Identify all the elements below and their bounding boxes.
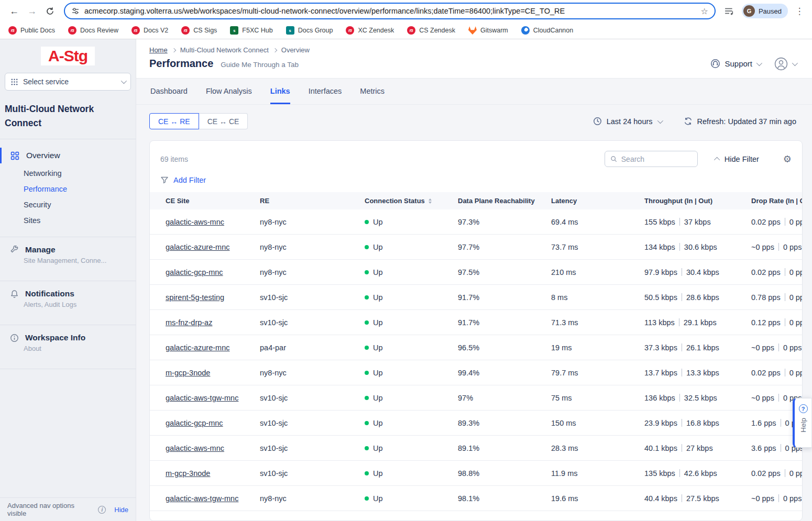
bookmark-item[interactable]: f5 XC Zendesk (346, 26, 394, 35)
drop-rate-out: 0 pps (789, 268, 803, 276)
throughput-out: 27.5 kbps (686, 494, 719, 503)
col-throughput[interactable]: Throughput (In | Out) (644, 197, 751, 205)
help-button[interactable]: ? Help (793, 398, 812, 448)
hide-advanced-nav-link[interactable]: Hide (114, 506, 128, 514)
ce-site-link[interactable]: galactic-azure-mnc (166, 343, 230, 352)
divider (682, 343, 682, 351)
table-row: galactic-azure-mnc ny8-nyc Up 97.7% 73.7… (150, 235, 802, 260)
search-input[interactable] (621, 155, 692, 163)
sidebar-item-notifications[interactable]: Notifications Alerts, Audit Logs (0, 281, 136, 316)
select-service-dropdown[interactable]: Select service (5, 73, 131, 91)
profile-chip[interactable]: G Paused (742, 4, 788, 18)
forward-button[interactable]: → (24, 3, 40, 19)
url-bar[interactable]: acmecorp.staging.volterra.us/web/workspa… (64, 3, 716, 19)
table-settings-gear-icon[interactable]: ⚙ (783, 153, 792, 165)
chevron-right-icon (171, 48, 175, 52)
tab-interfaces[interactable]: Interfaces (309, 79, 342, 104)
hide-filter-button[interactable]: Hide Filter (716, 155, 759, 163)
tab-dashboard[interactable]: Dashboard (150, 79, 188, 104)
refresh-label: Refresh: Updated 37 min ago (697, 117, 796, 126)
tab-links[interactable]: Links (270, 79, 290, 104)
ce-site-link[interactable]: spirent-5g-testing (166, 293, 224, 302)
tenant-logo[interactable]: A-Stg (41, 47, 95, 65)
bookmark-item[interactable]: s Docs Group (286, 26, 333, 35)
support-menu[interactable]: Support (710, 59, 761, 69)
ce-site-link[interactable]: ms-fnz-drp-az (166, 318, 212, 327)
breadcrumb-workspace[interactable]: Multi-Cloud Network Connect (180, 46, 269, 54)
bookmark-item[interactable]: f5 CS Sigs (181, 26, 217, 35)
ce-site-link[interactable]: galactic-aws-tgw-mnc (166, 494, 238, 503)
sidebar-item-performance[interactable]: Performance (0, 181, 136, 197)
connection-status-cell: Up (365, 318, 458, 327)
ce-site-link[interactable]: galactic-gcp-mnc (166, 419, 223, 427)
bookmark-item[interactable]: f5 Public Docs (8, 26, 55, 35)
ce-site-link[interactable]: m-gcp-3node (166, 469, 210, 478)
table-row: galactic-aws-mnc ny8-nyc Up 97.3% 69.4 m… (150, 209, 802, 235)
time-range-dropdown[interactable]: Last 24 hours (593, 117, 662, 126)
ce-site-link[interactable]: m-gcp-3node (166, 369, 210, 377)
bookmark-item[interactable]: s F5XC Hub (230, 26, 272, 35)
sidebar-item-manage[interactable]: Manage Site Management, Conne... (0, 237, 136, 272)
link-type-ce-ce-button[interactable]: CE ↔ CE (199, 113, 248, 129)
sidebar-item-overview[interactable]: Overview (0, 146, 136, 165)
info-icon: i (98, 506, 106, 514)
re-cell: ny8-nyc (260, 243, 365, 251)
main-content: Home Multi-Cloud Network Connect Overvie… (136, 39, 812, 521)
side-panel-icon[interactable] (722, 4, 737, 18)
browser-menu-icon[interactable]: ⋮ (793, 6, 806, 17)
back-button[interactable]: ← (6, 3, 22, 19)
bookmark-item[interactable]: f5 Docs V2 (131, 26, 168, 35)
col-re[interactable]: RE (260, 197, 365, 205)
breadcrumb-overview[interactable]: Overview (281, 46, 310, 54)
reachability-cell: 98.1% (458, 494, 551, 503)
status-label: Up (373, 419, 383, 427)
sidebar-item-sites[interactable]: Sites (0, 213, 136, 228)
ce-site-link[interactable]: galactic-gcp-mnc (166, 268, 223, 276)
drop-rate-cell: 0.02 pps 0 pps (751, 218, 803, 226)
site-settings-icon[interactable] (71, 7, 80, 15)
ce-site-link[interactable]: galactic-aws-tgw-mnc (166, 394, 238, 402)
headset-icon (710, 59, 720, 69)
bookmark-item[interactable]: Gitswarm (468, 26, 508, 35)
bookmark-star-icon[interactable]: ☆ (701, 6, 708, 16)
ce-site-link[interactable]: galactic-aws-mnc (166, 444, 224, 452)
link-type-ce-re-button[interactable]: CE ↔ RE (149, 113, 199, 129)
status-up-dot (365, 371, 369, 375)
table-row: m-gcp-3node sv10-sjc Up 98.8% 11.9 ms 13… (150, 461, 802, 486)
tab-flow-analysis[interactable]: Flow Analysis (206, 79, 252, 104)
reachability-cell: 96.5% (458, 343, 551, 352)
refresh-button[interactable]: Refresh: Updated 37 min ago (684, 117, 796, 126)
sidebar-item-label: Overview (26, 151, 60, 160)
table-search[interactable] (605, 151, 698, 167)
bookmark-item[interactable]: f5 CS Zendesk (407, 26, 455, 35)
ce-site-link[interactable]: galactic-azure-mnc (166, 243, 230, 251)
col-ce-site[interactable]: CE Site (166, 197, 260, 205)
bookmark-item[interactable]: CloudCannon (521, 26, 573, 35)
guide-me-link[interactable]: Guide Me Through a Tab (221, 61, 299, 69)
col-data-plane-reachability[interactable]: Data Plane Reachability (458, 197, 551, 205)
throughput-cell: 23.9 kbps 16.8 kbps (644, 419, 751, 427)
divider (679, 318, 679, 326)
ce-site-link[interactable]: galactic-aws-mnc (166, 218, 224, 226)
tab-metrics[interactable]: Metrics (360, 79, 385, 104)
add-filter-button[interactable]: Add Filter (150, 167, 802, 184)
table-header-row: CE Site RE Connection Status Data Plane … (150, 192, 802, 209)
divider (0, 139, 136, 139)
breadcrumb: Home Multi-Cloud Network Connect Overvie… (149, 46, 310, 54)
table-row: ms-fnz-drp-az sv10-sjc Up 91.7% 71.3 ms … (150, 310, 802, 335)
connection-status-cell: Up (365, 444, 458, 452)
user-menu[interactable] (774, 57, 796, 71)
reload-button[interactable] (42, 3, 58, 19)
bookmark-item[interactable]: f5 Docs Review (68, 26, 118, 35)
sidebar-item-networking[interactable]: Networking (0, 165, 136, 181)
col-drop-rate[interactable]: Drop Rate (In | Out) (751, 197, 803, 205)
page-header: Home Multi-Cloud Network Connect Overvie… (136, 39, 812, 79)
sort-icon[interactable] (429, 198, 432, 204)
col-connection-status[interactable]: Connection Status (365, 197, 458, 205)
divider (682, 369, 682, 376)
breadcrumb-home[interactable]: Home (149, 46, 168, 54)
sidebar-item-workspace-info[interactable]: Workspace Info About (0, 325, 136, 360)
col-latency[interactable]: Latency (551, 197, 644, 205)
sidebar-item-security[interactable]: Security (0, 197, 136, 213)
links-table: CE Site RE Connection Status Data Plane … (150, 192, 802, 511)
